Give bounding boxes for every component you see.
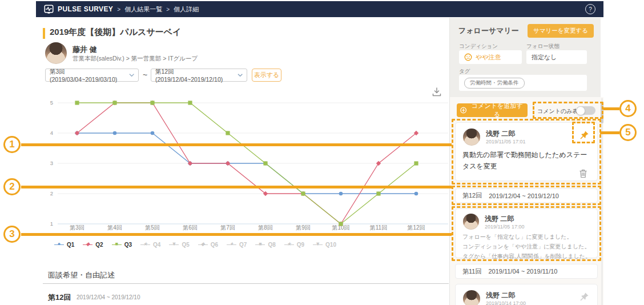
range-tilde: ~ <box>143 70 147 79</box>
legend-marker-icon: ◆ <box>83 241 92 248</box>
pin-icon[interactable] <box>579 292 589 302</box>
page: PULSE SURVEY > 個人結果一覧 > 個人詳細 ? 2019年度【後期… <box>0 0 644 305</box>
annotation-box-changelog-card <box>452 206 601 261</box>
follow-status-value: 指定なし <box>532 53 557 62</box>
annotation-number-2: 2 <box>3 178 21 195</box>
chevron-down-icon <box>238 73 243 77</box>
svg-text:第5回: 第5回 <box>145 224 160 231</box>
legend-item-q10[interactable]: ▼Q10 <box>313 241 336 248</box>
svg-text:第12回: 第12回 <box>407 224 425 231</box>
legend-item-q1[interactable]: ●Q1 <box>54 241 74 248</box>
breadcrumb-personal-detail: 個人詳細 <box>174 5 199 14</box>
app-header: PULSE SURVEY > 個人結果一覧 > 個人詳細 ? <box>36 1 603 17</box>
svg-text:第3回: 第3回 <box>70 224 84 231</box>
scrollbar-track[interactable] <box>601 98 603 305</box>
survey-title: 2019年度【後期】パルスサーベイ <box>50 27 181 38</box>
legend-item-q9[interactable]: ★Q9 <box>284 241 304 248</box>
legend-marker-icon: ✦ <box>227 241 236 248</box>
legend-marker-icon: ● <box>54 241 64 248</box>
round-to-select[interactable]: 第12回 (2019/12/04~2019/12/10) <box>151 69 247 82</box>
round-to-value: 第12回 (2019/12/04~2019/12/10) <box>155 68 238 83</box>
annotation-line-4 <box>603 107 619 110</box>
annotation-box-toggle <box>533 102 603 119</box>
annotation-number-5: 5 <box>619 124 637 141</box>
svg-text:2: 2 <box>50 190 53 196</box>
legend-item-q7[interactable]: ✦Q7 <box>227 241 247 248</box>
change-summary-button[interactable]: サマリーを変更する <box>528 24 594 38</box>
comment-card: 浅野 二郎 2019/10/14 17:00 <box>455 284 598 305</box>
title-accent-bar <box>43 28 45 39</box>
follow-status-select[interactable]: 指定なし <box>526 50 587 64</box>
breadcrumb-separator: > <box>166 6 170 13</box>
round-row: 第11回 2019/11/04 ~ 2019/11/10 <box>455 264 598 279</box>
brand-title: PULSE SURVEY <box>58 5 113 13</box>
svg-text:第4回: 第4回 <box>107 224 122 231</box>
help-icon[interactable]: ? <box>585 4 595 14</box>
pulse-line-chart: 54321第3回第4回第5回第6回第7回第8回第9回第10回第11回第12回 <box>36 97 449 235</box>
round-row-label: 第11回 <box>462 267 481 276</box>
section-divider <box>43 283 449 284</box>
add-comment-button[interactable]: コメントを追加する <box>457 103 528 117</box>
annotation-number-3: 3 <box>3 226 21 243</box>
legend-marker-icon: ★ <box>284 241 294 248</box>
follow-summary-panel: フォローサマリー サマリーを変更する コンディション フォロー状態 やや注意 指… <box>450 18 601 97</box>
legend-marker-icon: ▼ <box>313 241 323 248</box>
add-comment-label: コメントを追加する <box>470 102 524 119</box>
legend-marker-icon: ◆ <box>198 241 208 248</box>
avatar <box>45 42 67 64</box>
circle-plus-icon <box>460 107 466 114</box>
avatar <box>463 290 480 305</box>
tag-pill: 労働時間・労働条件 <box>464 78 525 89</box>
condition-face-icon <box>464 53 472 61</box>
tag-field[interactable]: 労働時間・労働条件 <box>459 75 587 91</box>
annotation-number-4: 4 <box>619 100 637 117</box>
employee-name: 藤井 健 <box>73 45 97 55</box>
annotation-line-3 <box>21 233 452 236</box>
bottom-round-label: 第12回 <box>48 292 71 303</box>
condition-label: コンディション <box>459 43 498 50</box>
breadcrumb-separator: > <box>117 6 120 13</box>
breadcrumb-personal-results[interactable]: 個人結果一覧 <box>124 5 162 14</box>
annotation-line-1 <box>21 143 452 146</box>
legend-marker-icon: ■ <box>255 241 265 248</box>
chevron-down-icon <box>129 73 134 77</box>
legend-item-q4[interactable]: ★Q4 <box>140 241 160 248</box>
annotation-box-pin <box>572 122 595 143</box>
annotation-line-2 <box>21 186 452 188</box>
comment-author: 浅野 二郎 <box>486 291 515 300</box>
employee-org-path: 営業本部(salesDiv.) > 第一営業部 > ITグループ <box>73 55 198 63</box>
svg-text:5: 5 <box>50 99 53 106</box>
svg-text:1: 1 <box>50 220 53 227</box>
annotation-box-round-row <box>452 186 601 205</box>
svg-text:3: 3 <box>50 160 53 166</box>
legend-marker-icon: ▼ <box>169 241 179 248</box>
download-chart-icon[interactable] <box>432 87 442 97</box>
svg-text:第8回: 第8回 <box>258 224 273 231</box>
round-row-range: 2019/11/04 ~ 2019/11/10 <box>488 268 557 275</box>
annotation-line-5 <box>600 131 619 134</box>
legend-item-q2[interactable]: ◆Q2 <box>83 241 103 248</box>
svg-text:第9回: 第9回 <box>296 224 311 231</box>
legend-item-q5[interactable]: ▼Q5 <box>169 241 189 248</box>
legend-item-q6[interactable]: ◆Q6 <box>198 241 218 248</box>
legend-marker-icon: ■ <box>112 241 122 248</box>
round-from-select[interactable]: 第3回 (2019/03/04~2019/03/10) <box>45 69 139 82</box>
show-button[interactable]: 表示する <box>252 69 281 82</box>
svg-text:第11回: 第11回 <box>370 224 387 231</box>
svg-text:第6回: 第6回 <box>183 224 198 231</box>
svg-text:4: 4 <box>50 130 53 136</box>
legend-item-q3[interactable]: ■Q3 <box>112 241 132 248</box>
legend-item-q8[interactable]: ■Q8 <box>255 241 275 248</box>
free-text-section-title: 面談希望・自由記述 <box>48 270 115 280</box>
condition-value: やや注意 <box>476 53 501 62</box>
svg-text:第7回: 第7回 <box>220 224 235 231</box>
chart-legend: ●Q1◆Q2■Q3★Q4▼Q5◆Q6✦Q7■Q8★Q9▼Q10 <box>54 240 336 249</box>
bottom-round-range: 2019/12/04 ~ 2019/12/10 <box>77 294 140 300</box>
follow-status-label: フォロー状態 <box>526 43 560 50</box>
comment-time: 2019/10/14 17:00 <box>486 300 526 305</box>
annotation-number-1: 1 <box>3 136 21 153</box>
legend-marker-icon: ★ <box>140 241 150 248</box>
round-from-value: 第3回 (2019/03/04~2019/03/10) <box>50 68 129 83</box>
pulse-survey-logo-icon <box>44 5 54 14</box>
condition-select[interactable]: やや注意 <box>459 50 522 64</box>
